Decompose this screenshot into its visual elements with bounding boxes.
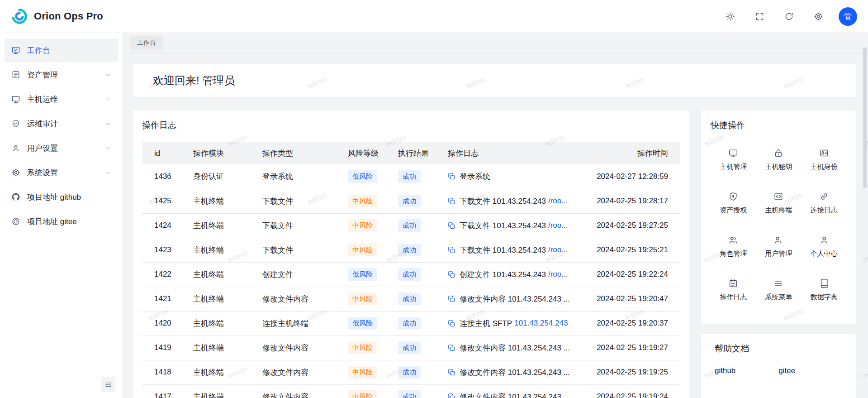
app-logo-icon <box>11 8 28 25</box>
risk-level-badge: 低风险 <box>348 317 377 330</box>
quick-action-link[interactable]: 连接日志 <box>802 181 847 225</box>
sidebar-item-ops-audit[interactable]: 运维审计 <box>5 112 118 135</box>
theme-toggle-button[interactable] <box>721 7 739 25</box>
column-header-time: 操作时间 <box>583 142 680 164</box>
copy-icon[interactable] <box>448 393 455 398</box>
dashboard-icon <box>11 46 20 55</box>
risk-level-badge: 低风险 <box>348 268 377 281</box>
risk-level-badge: 低风险 <box>348 170 377 183</box>
result-badge: 成功 <box>398 268 421 281</box>
risk-level-badge: 中风险 <box>348 366 377 379</box>
log-message: 下载文件 101.43.254.243 <box>460 245 546 255</box>
sidebar-item-label: 用户设置 <box>27 143 98 153</box>
copy-icon[interactable] <box>448 173 455 180</box>
copy-icon[interactable] <box>448 222 455 230</box>
log-link[interactable]: /roo... <box>548 221 568 230</box>
quick-action-oplog[interactable]: 操作日志 <box>711 268 756 312</box>
role-icon <box>728 235 738 245</box>
sidebar-item-user-settings[interactable]: 用户设置 <box>5 136 118 160</box>
log-message: 下载文件 101.43.254.243 <box>460 196 546 206</box>
gear-icon <box>11 168 20 177</box>
result-badge: 成功 <box>398 317 421 330</box>
log-message: 修改文件内容 101.43.254.243 ... <box>460 294 570 304</box>
quick-action-dict[interactable]: 数据字典 <box>802 268 847 312</box>
chevron-down-icon <box>104 145 111 152</box>
log-module: 主机终端 <box>193 189 262 213</box>
sidebar-item-assets[interactable]: 资产管理 <box>5 63 118 86</box>
quick-action-grant[interactable]: 资产授权 <box>711 181 756 225</box>
sidebar-item-label: 主机运维 <box>27 94 98 105</box>
copy-icon[interactable] <box>448 295 455 303</box>
risk-level-badge: 中风险 <box>348 293 377 305</box>
content: 欢迎回来! 管理员 操作日志 id 操作模块 操作类型 风险等级 <box>123 53 868 398</box>
help-link[interactable]: github <box>715 366 735 375</box>
log-message: 修改文件内容 101.43.254.243 ... <box>460 392 570 398</box>
vertical-scrollbar-thumb[interactable] <box>863 48 867 188</box>
column-header-module: 操作模块 <box>193 142 262 164</box>
chevron-down-icon <box>104 96 111 103</box>
tab-workbench[interactable]: 工作台 <box>130 36 163 50</box>
fullscreen-button[interactable] <box>750 7 768 25</box>
menu-icon <box>773 278 783 288</box>
quick-action-label: 用户管理 <box>765 249 792 258</box>
column-header-log: 操作日志 <box>448 142 583 164</box>
sidebar-item-gitee[interactable]: 项目地址 gitee <box>5 210 118 233</box>
log-time: 2024-02-25 19:22:24 <box>583 262 680 287</box>
quick-action-host[interactable]: 主机管理 <box>711 138 756 181</box>
quick-action-menu[interactable]: 系统菜单 <box>756 268 801 312</box>
sidebar-item-system-settings[interactable]: 系统设置 <box>5 161 118 184</box>
sidebar-item-host-ops[interactable]: 主机运维 <box>5 87 118 111</box>
quick-action-key[interactable]: 主机秘钥 <box>756 138 801 181</box>
host-icon <box>11 95 20 104</box>
result-badge: 成功 <box>398 170 421 183</box>
log-link[interactable]: /roo... <box>548 270 568 279</box>
dict-icon <box>819 278 829 288</box>
sidebar-item-workbench[interactable]: 工作台 <box>5 38 118 62</box>
log-module: 主机终端 <box>193 238 262 262</box>
sidebar-item-github[interactable]: 项目地址 github <box>5 185 118 209</box>
log-time: 2024-02-25 19:19:24 <box>583 384 680 398</box>
log-type: 下载文件 <box>262 213 348 238</box>
column-header-risk: 风险等级 <box>348 142 398 164</box>
user-avatar[interactable]: 管 <box>839 7 857 26</box>
chevron-down-icon <box>104 169 111 176</box>
audit-icon <box>11 119 20 128</box>
log-link[interactable]: /roo... <box>548 197 568 206</box>
log-type: 修改文件内容 <box>262 384 348 398</box>
copy-icon[interactable] <box>448 344 455 352</box>
dashboard-row: 操作日志 id 操作模块 操作类型 风险等级 执行结果 操作日志 <box>133 110 856 398</box>
quick-action-user[interactable]: 个人中心 <box>802 225 847 268</box>
log-id: 1421 <box>142 287 193 311</box>
log-message: 修改文件内容 101.43.254.243 ... <box>460 343 570 353</box>
quick-action-role[interactable]: 角色管理 <box>711 225 756 268</box>
log-time: 2024-02-25 19:25:21 <box>583 238 680 262</box>
log-message: 修改文件内容 101.43.254.243 ... <box>460 367 570 378</box>
copy-icon[interactable] <box>448 246 455 254</box>
app-header: Orion Ops Pro 管 <box>0 0 868 33</box>
quick-action-user-add[interactable]: 用户管理 <box>756 225 801 268</box>
collapse-sidebar-button[interactable] <box>101 377 115 392</box>
copy-icon[interactable] <box>448 197 455 205</box>
help-link[interactable]: gitee <box>778 366 795 375</box>
log-module: 主机终端 <box>193 262 262 287</box>
settings-button[interactable] <box>809 7 827 25</box>
log-table-row: 1424主机终端下载文件中风险成功下载文件 101.43.254.243/roo… <box>142 213 680 238</box>
user-add-icon <box>773 235 783 245</box>
log-message: 连接主机 SFTP <box>460 318 512 329</box>
log-type: 修改文件内容 <box>262 287 348 311</box>
copy-icon[interactable] <box>448 369 455 376</box>
quick-action-identity[interactable]: 主机身份 <box>802 138 847 181</box>
log-message-cell: 下载文件 101.43.254.243/roo... <box>448 221 583 231</box>
quick-action-label: 角色管理 <box>720 249 747 258</box>
gitee-icon <box>11 217 20 226</box>
quick-actions-card: 快捷操作 主机管理主机秘钥主机身份资产授权主机终端连接日志角色管理用户管理个人中… <box>702 110 856 324</box>
log-link[interactable]: /roo... <box>548 245 568 254</box>
terminal-icon <box>773 192 783 201</box>
copy-icon[interactable] <box>448 271 455 278</box>
quick-action-terminal[interactable]: 主机终端 <box>756 181 801 225</box>
log-table-row: 1423主机终端下载文件中风险成功下载文件 101.43.254.243/roo… <box>142 238 680 262</box>
copy-icon[interactable] <box>448 320 455 327</box>
log-message-cell: 修改文件内容 101.43.254.243 ... <box>448 367 583 378</box>
refresh-button[interactable] <box>780 7 798 25</box>
log-link[interactable]: 101.43.254.243 <box>514 319 568 328</box>
